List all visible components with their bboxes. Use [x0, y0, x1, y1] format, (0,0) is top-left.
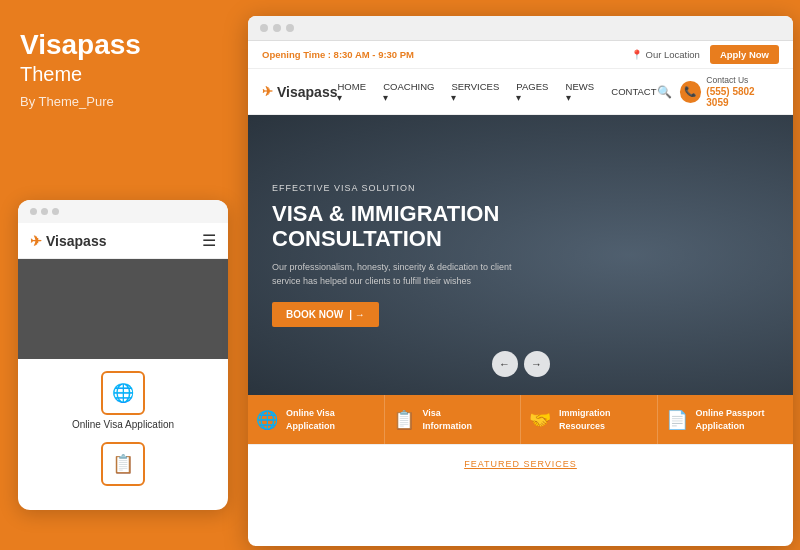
hamburger-icon[interactable]: ☰	[202, 231, 216, 250]
dot-3	[52, 208, 59, 215]
contact-box: 📞 Contact Us (555) 5802 3059	[680, 75, 779, 108]
nav-pages[interactable]: PAGES ▾	[516, 81, 555, 103]
location-pin-icon: 📍	[631, 49, 643, 60]
contact-info: Contact Us (555) 5802 3059	[706, 75, 779, 108]
mobile-mockup: ✈ Visapass ☰ 🌐 Online Visa Application 📋	[18, 200, 228, 510]
site-top-right: 📍 Our Location Apply Now	[631, 45, 780, 64]
apply-now-button[interactable]: Apply Now	[710, 45, 779, 64]
featured-services-label: FEATURED SERVICES	[464, 459, 577, 469]
opening-time: Opening Time : 8:30 AM - 9:30 PM	[262, 49, 414, 60]
browser-dot-3	[286, 24, 294, 32]
visa-info-service-icon: 📋	[393, 409, 415, 431]
hero-content: EFFECTIVE VISA SOLUTION VISA & IMMIGRATI…	[272, 183, 532, 328]
browser-top-bar	[248, 16, 793, 41]
nav-coaching[interactable]: COACHING ▾	[383, 81, 441, 103]
dot-2	[41, 208, 48, 215]
services-bar: 🌐 Online VisaApplication 📋 VisaInformati…	[248, 395, 793, 444]
visa-info-label: VisaInformation	[423, 407, 473, 432]
passport-label: Online PassportApplication	[696, 407, 765, 432]
dot-1	[30, 208, 37, 215]
online-visa-label: Online VisaApplication	[286, 407, 335, 432]
online-visa-icon: 🌐	[101, 371, 145, 415]
service-passport[interactable]: 📄 Online PassportApplication	[658, 395, 794, 444]
mobile-second-icon-area: 📋	[18, 442, 228, 496]
mobile-icon-box-1: 🌐 Online Visa Application	[72, 371, 174, 430]
application-icon: 📋	[101, 442, 145, 486]
plane-icon: ✈	[30, 233, 42, 249]
nav-plane-icon: ✈	[262, 84, 273, 99]
nav-right: 🔍 📞 Contact Us (555) 5802 3059	[657, 75, 779, 108]
mobile-hero	[18, 259, 228, 359]
mobile-hero-bg	[18, 259, 228, 359]
nav-news[interactable]: NEWS ▾	[566, 81, 602, 103]
immigration-service-icon: 🤝	[529, 409, 551, 431]
nav-contact[interactable]: CONTACT	[611, 86, 656, 97]
next-arrow-button[interactable]: →	[524, 351, 550, 377]
browser-dot-1	[260, 24, 268, 32]
featured-footer: FEATURED SERVICES	[248, 444, 793, 479]
mobile-logo: ✈ Visapass	[30, 233, 106, 249]
prev-arrow-button[interactable]: ←	[492, 351, 518, 377]
browser-mockup: Opening Time : 8:30 AM - 9:30 PM 📍 Our L…	[248, 16, 793, 546]
mobile-icon-box-2: 📋	[101, 442, 145, 486]
mobile-header: ✈ Visapass ☰	[18, 223, 228, 259]
passport-service-icon: 📄	[666, 409, 688, 431]
site-logo: ✈ Visapass	[262, 84, 337, 100]
hero-arrows: ← →	[492, 351, 550, 377]
service-immigration[interactable]: 🤝 ImmigrationResources	[521, 395, 658, 444]
service-online-visa[interactable]: 🌐 Online VisaApplication	[248, 395, 385, 444]
site-nav: ✈ Visapass HOME ▾ COACHING ▾ SERVICES ▾ …	[248, 69, 793, 115]
nav-links: HOME ▾ COACHING ▾ SERVICES ▾ PAGES ▾ NEW…	[337, 81, 656, 103]
browser-dot-2	[273, 24, 281, 32]
mobile-top-bar	[18, 200, 228, 223]
nav-services[interactable]: SERVICES ▾	[451, 81, 506, 103]
location-text: 📍 Our Location	[631, 49, 700, 60]
book-now-button[interactable]: BOOK NOW | →	[272, 302, 379, 327]
site-top-bar: Opening Time : 8:30 AM - 9:30 PM 📍 Our L…	[248, 41, 793, 69]
service-visa-info[interactable]: 📋 VisaInformation	[385, 395, 522, 444]
theme-title: Visapass Theme By Theme_Pure	[20, 30, 225, 109]
online-visa-service-icon: 🌐	[256, 409, 278, 431]
phone-icon: 📞	[680, 81, 702, 103]
immigration-label: ImmigrationResources	[559, 407, 611, 432]
mobile-bottom-section: 🌐 Online Visa Application	[18, 359, 228, 442]
left-panel: Visapass Theme By Theme_Pure ✈ Visapass …	[0, 0, 245, 550]
hero-section: EFFECTIVE VISA SOLUTION VISA & IMMIGRATI…	[248, 115, 793, 395]
search-icon[interactable]: 🔍	[657, 85, 672, 99]
nav-home[interactable]: HOME ▾	[337, 81, 373, 103]
